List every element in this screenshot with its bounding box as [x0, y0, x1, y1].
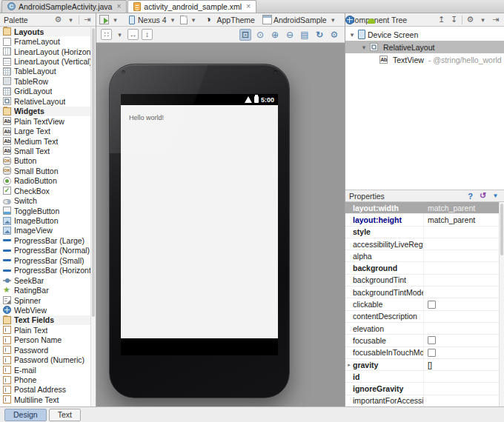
- help-icon[interactable]: [465, 191, 475, 201]
- palette-row[interactable]: Plain Text: [0, 325, 90, 335]
- palette-hide-icon[interactable]: [82, 15, 92, 24]
- device-screen-preview[interactable]: 5:00 Hello world!: [121, 94, 278, 355]
- tree-gear-icon[interactable]: [465, 15, 475, 24]
- collapse-all-icon[interactable]: [449, 15, 459, 24]
- palette-row[interactable]: Small Text: [0, 146, 90, 155]
- chevron-down-icon[interactable]: [66, 15, 76, 24]
- property-value[interactable]: [423, 395, 499, 406]
- property-row[interactable]: importantForAccessibility: [345, 395, 499, 406]
- property-row[interactable]: focusableInTouchMode: [345, 347, 499, 359]
- settings-gear-icon[interactable]: [328, 29, 340, 41]
- chevron-down-icon[interactable]: [478, 15, 488, 24]
- property-row[interactable]: gravity []: [345, 359, 499, 371]
- palette-row[interactable]: Small Button: [0, 166, 90, 175]
- tree-node-textview[interactable]: TextView - @string/hello_world: [345, 53, 504, 66]
- palette-row[interactable]: Password (Numeric): [0, 355, 90, 364]
- property-row[interactable]: accessibilityLiveRegion: [345, 238, 499, 250]
- properties-scrollbar[interactable]: [499, 202, 504, 406]
- property-row[interactable]: background: [345, 262, 499, 274]
- property-value[interactable]: [423, 347, 499, 358]
- palette-row[interactable]: LinearLayout (Vertical): [0, 56, 90, 66]
- filter-icon[interactable]: [491, 191, 500, 201]
- palette-row[interactable]: Button: [0, 156, 90, 166]
- checkbox[interactable]: [428, 301, 436, 309]
- expand-all-icon[interactable]: [437, 15, 446, 24]
- property-value[interactable]: [423, 335, 499, 346]
- palette-row[interactable]: ImageButton: [0, 215, 90, 225]
- palette-row[interactable]: ProgressBar (Small): [0, 255, 90, 265]
- property-value[interactable]: match_parent: [423, 202, 499, 213]
- property-value[interactable]: [423, 250, 499, 261]
- palette-row[interactable]: GridLayout: [0, 87, 90, 96]
- property-row[interactable]: clickable: [345, 298, 499, 310]
- palette-row[interactable]: Text Fields: [0, 315, 90, 325]
- editor-mode-tab[interactable]: Design: [4, 409, 47, 421]
- refresh-icon[interactable]: [314, 29, 325, 41]
- palette-row[interactable]: Spinner: [0, 295, 90, 305]
- property-value[interactable]: [423, 383, 499, 394]
- preview-config-icon[interactable]: [299, 29, 311, 41]
- chevron-down-icon[interactable]: [115, 30, 125, 39]
- palette-scrollbar[interactable]: [90, 27, 96, 406]
- palette-row[interactable]: RatingBar: [0, 285, 90, 295]
- property-value[interactable]: [423, 227, 499, 238]
- palette-row[interactable]: Phone: [0, 375, 90, 384]
- palette-row[interactable]: RelativeLayout: [0, 96, 90, 106]
- palette-row[interactable]: Password: [0, 345, 90, 355]
- palette-row[interactable]: ToggleButton: [0, 206, 90, 215]
- editor-mode-tab[interactable]: Text: [49, 409, 81, 421]
- editor-tab[interactable]: AndroidSampleActivity.java ×: [1, 0, 127, 13]
- tree-node-relativelayout[interactable]: RelativeLayout: [345, 41, 504, 53]
- property-row[interactable]: layout:width match_parent: [345, 202, 499, 214]
- property-value[interactable]: [423, 311, 499, 322]
- palette-row[interactable]: Plain TextView: [0, 116, 90, 126]
- palette-row[interactable]: Multiline Text: [0, 395, 90, 404]
- palette-row[interactable]: ProgressBar (Horizontal): [0, 266, 90, 275]
- palette-row[interactable]: ImageView: [0, 226, 90, 235]
- property-value[interactable]: [423, 238, 499, 249]
- tree-expand-icon[interactable]: [348, 31, 356, 38]
- tree-node-device-screen[interactable]: Device Screen: [345, 28, 504, 41]
- run-config-selector[interactable]: [99, 15, 120, 24]
- palette-row[interactable]: SeekBar: [0, 275, 90, 285]
- close-icon[interactable]: ×: [116, 3, 121, 10]
- property-value[interactable]: match_parent: [423, 214, 499, 225]
- property-row[interactable]: focusable: [345, 335, 499, 346]
- palette-row[interactable]: Postal Address: [0, 385, 90, 395]
- tree-hide-icon[interactable]: [491, 15, 500, 24]
- palette-row[interactable]: Person Name: [0, 335, 90, 345]
- palette-row[interactable]: Widgets: [0, 107, 90, 116]
- design-canvas[interactable]: 5:00 Hello world!: [96, 43, 345, 406]
- device-preview[interactable]: 5:00 Hello world!: [109, 64, 290, 398]
- zoom-in-icon[interactable]: [269, 29, 281, 41]
- close-icon[interactable]: ×: [246, 3, 251, 10]
- palette-row[interactable]: E-mail: [0, 365, 90, 375]
- palette-row[interactable]: ProgressBar (Normal): [0, 246, 90, 255]
- scrollbar-thumb[interactable]: [92, 28, 95, 317]
- stretch-horizontal-icon[interactable]: [127, 29, 139, 40]
- palette-row[interactable]: RadioButton: [0, 176, 90, 186]
- palette-row[interactable]: WebView: [0, 305, 90, 315]
- palette-row[interactable]: Layouts: [0, 27, 90, 36]
- tree-expand-icon[interactable]: [360, 44, 368, 51]
- property-row[interactable]: layout:height match_parent: [345, 214, 499, 226]
- property-row[interactable]: ignoreGravity: [345, 383, 499, 395]
- property-row[interactable]: backgroundTintMode: [345, 287, 499, 298]
- palette-row[interactable]: Switch: [0, 195, 90, 205]
- theme-selector[interactable]: AppTheme: [206, 15, 255, 24]
- layout-preview-content[interactable]: Hello world!: [121, 105, 278, 338]
- palette-row[interactable]: CheckBox: [0, 186, 90, 195]
- palette-row[interactable]: Large Text: [0, 126, 90, 135]
- editor-tab[interactable]: activity_android_sample.xml ×: [127, 0, 256, 13]
- property-value[interactable]: [423, 262, 499, 273]
- property-value[interactable]: [423, 371, 499, 382]
- property-value[interactable]: [423, 275, 499, 286]
- hello-world-textview[interactable]: Hello world!: [129, 114, 164, 121]
- reset-icon[interactable]: [478, 191, 488, 201]
- property-value[interactable]: [423, 298, 499, 309]
- property-row[interactable]: alpha: [345, 250, 499, 262]
- checkbox[interactable]: [428, 349, 436, 357]
- property-value[interactable]: [423, 323, 499, 334]
- palette-row[interactable]: TableRow: [0, 76, 90, 86]
- property-row[interactable]: backgroundTint: [345, 275, 499, 287]
